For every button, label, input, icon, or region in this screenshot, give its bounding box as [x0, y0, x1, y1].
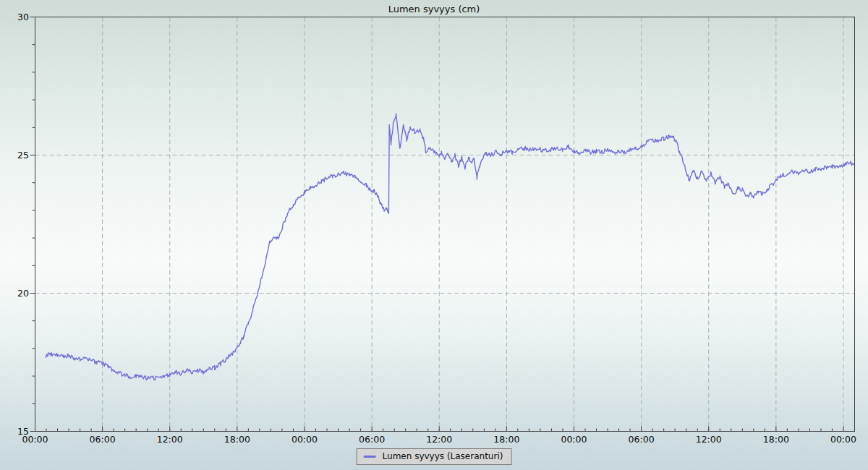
plot-area: 00:0006:0012:0018:0000:0006:0012:0018:00… [0, 0, 868, 470]
legend: Lumen syvyys (Laseranturi) [357, 448, 512, 465]
x-tick-label: 06:00 [90, 434, 116, 445]
x-tick-label: 18:00 [763, 434, 789, 445]
x-tick-label: 12:00 [696, 434, 722, 445]
y-tick-label: 20 [17, 288, 29, 299]
x-tick-label: 00:00 [292, 434, 318, 445]
axis-frame [35, 17, 855, 432]
x-tick-label: 18:00 [493, 434, 519, 445]
y-tick-label: 15 [17, 426, 29, 437]
y-tick-label: 25 [17, 150, 29, 161]
x-tick-label: 12:00 [426, 434, 452, 445]
x-tick-label: 06:00 [359, 434, 385, 445]
x-tick-label: 00:00 [830, 434, 856, 445]
data-line-lumen-syvyys [46, 114, 854, 380]
snow-depth-chart: Lumen syvyys (cm) 00:0006:0012:0018:0000… [0, 0, 868, 470]
x-tick-label: 00:00 [561, 434, 587, 445]
legend-label: Lumen syvyys (Laseranturi) [383, 451, 503, 461]
legend-line-swatch [364, 456, 376, 458]
x-tick-label: 12:00 [157, 434, 183, 445]
y-tick-label: 30 [17, 12, 29, 22]
x-tick-label: 18:00 [224, 434, 250, 445]
x-tick-label: 06:00 [629, 434, 655, 445]
